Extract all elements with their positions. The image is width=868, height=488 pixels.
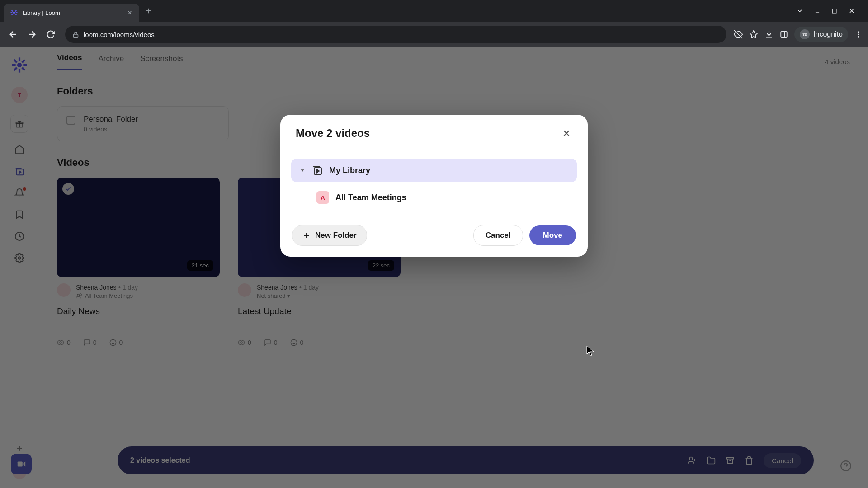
tabs-dropdown-icon[interactable] [796,7,803,14]
browser-chrome: Library | Loom loom.com/looms/videos [0,0,868,47]
tab-close-icon[interactable] [127,9,133,16]
reload-button[interactable] [43,27,58,42]
incognito-badge[interactable]: Incognito [794,27,848,42]
mouse-cursor-icon [586,345,595,357]
browser-toolbar: loom.com/looms/videos Incognito [0,22,868,47]
address-bar[interactable]: loom.com/looms/videos [65,26,726,43]
svg-point-29 [858,34,859,35]
svg-marker-21 [750,31,758,38]
incognito-label: Incognito [813,30,843,38]
svg-marker-69 [301,169,304,172]
svg-point-28 [858,31,859,33]
side-panel-icon[interactable] [780,30,788,38]
modal-title: Move 2 videos [296,127,370,140]
bookmark-star-icon[interactable] [749,30,758,39]
cancel-button[interactable]: Cancel [473,225,523,246]
svg-rect-24 [781,32,787,37]
new-tab-button[interactable] [145,7,153,15]
svg-line-6 [15,14,17,15]
incognito-icon [800,29,810,39]
new-folder-button[interactable]: New Folder [292,225,367,246]
svg-rect-14 [832,9,836,13]
svg-marker-71 [317,169,319,173]
tab-bar: Library | Loom [0,0,868,22]
downloads-icon[interactable] [764,30,774,39]
subfolder-label: All Team Meetings [335,193,406,202]
maximize-icon[interactable] [831,7,837,14]
caret-down-icon[interactable] [299,167,306,174]
menu-icon[interactable] [854,30,863,38]
svg-point-0 [13,12,15,14]
loom-favicon-icon [10,9,18,17]
window-controls [796,7,864,14]
svg-point-26 [803,34,805,36]
forward-button[interactable] [24,27,40,42]
library-folder-icon [312,165,323,176]
minimize-icon[interactable] [814,7,821,14]
plus-icon [302,231,311,239]
move-button[interactable]: Move [529,225,576,245]
svg-line-8 [12,14,13,15]
svg-point-27 [805,34,807,36]
close-icon[interactable] [560,127,573,140]
folder-all-team-meetings[interactable]: A All Team Meetings [291,186,577,212]
lock-icon [72,31,79,38]
move-modal: Move 2 videos My Library A All Team Meet… [280,115,588,257]
svg-rect-19 [74,34,78,37]
svg-point-30 [858,36,859,38]
browser-tab[interactable]: Library | Loom [4,4,139,22]
back-button[interactable] [5,27,21,42]
window-close-icon[interactable] [848,7,855,14]
subfolder-avatar: A [316,191,329,204]
folder-my-library[interactable]: My Library [291,159,577,182]
eye-off-icon[interactable] [734,30,743,39]
modal-backdrop[interactable]: Move 2 videos My Library A All Team Meet… [0,47,868,488]
svg-line-5 [12,10,13,12]
url-text: loom.com/looms/videos [84,31,155,38]
toolbar-right: Incognito [734,27,863,42]
folder-label: My Library [329,166,370,175]
svg-line-7 [15,10,17,12]
tab-title: Library | Loom [23,9,122,16]
